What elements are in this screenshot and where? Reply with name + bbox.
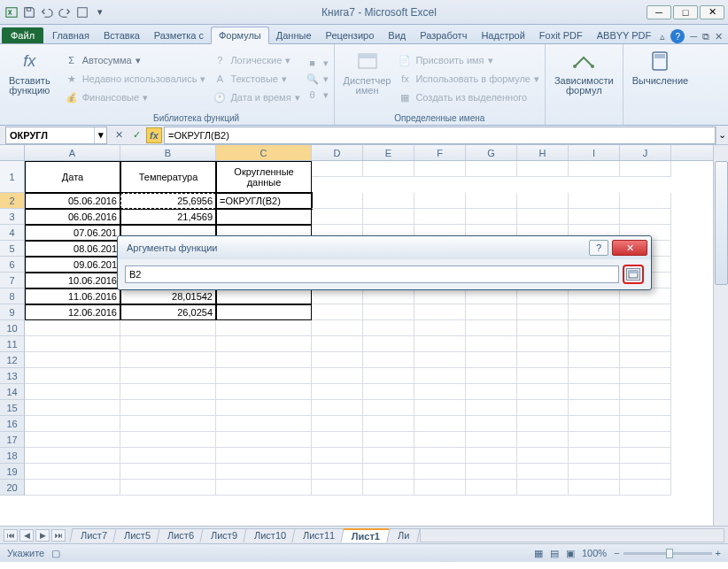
cell[interactable] — [620, 384, 671, 400]
cell[interactable] — [466, 336, 517, 352]
doc-minimize-icon[interactable]: ─ — [690, 31, 697, 42]
cell[interactable] — [569, 288, 620, 304]
cell[interactable] — [363, 384, 414, 400]
cell[interactable] — [312, 400, 363, 416]
cell[interactable] — [25, 320, 120, 336]
cell[interactable] — [569, 368, 620, 384]
sheet-tab[interactable]: Ли — [386, 528, 421, 542]
calculation-button[interactable]: Вычисление — [629, 46, 693, 125]
sheet-tab[interactable]: Лист7 — [69, 528, 118, 542]
financial-button[interactable]: 💰Финансовые ▾ — [65, 89, 206, 105]
cell[interactable] — [517, 368, 569, 384]
row-header[interactable]: 9 — [0, 304, 25, 320]
cell[interactable] — [466, 400, 517, 416]
cell[interactable] — [569, 304, 620, 320]
row-header[interactable]: 4 — [0, 225, 25, 241]
zoom-slider[interactable] — [623, 552, 712, 555]
name-manager-button[interactable]: Диспетчеримен — [340, 46, 395, 111]
cell[interactable] — [120, 320, 216, 336]
cell[interactable] — [569, 336, 620, 352]
cell[interactable] — [466, 448, 517, 464]
cell[interactable]: 12.06.2016 — [25, 304, 120, 320]
column-header[interactable]: D — [312, 145, 363, 160]
cell[interactable] — [517, 161, 569, 177]
cell[interactable] — [569, 416, 620, 432]
cell[interactable] — [517, 384, 569, 400]
cell[interactable] — [569, 480, 620, 496]
row-header[interactable]: 10 — [0, 320, 25, 336]
cell[interactable] — [312, 480, 363, 496]
cell[interactable] — [620, 161, 671, 177]
cell[interactable] — [25, 384, 120, 400]
cell[interactable] — [414, 416, 466, 432]
cell[interactable] — [517, 416, 569, 432]
cell[interactable]: 07.06.201 — [25, 225, 120, 241]
row-header[interactable]: 7 — [0, 273, 25, 288]
cell[interactable] — [620, 320, 671, 336]
cell[interactable] — [620, 336, 671, 352]
cell[interactable] — [216, 400, 312, 416]
cell[interactable] — [120, 448, 216, 464]
column-header[interactable]: J — [620, 145, 671, 160]
cell[interactable] — [363, 368, 414, 384]
cell[interactable] — [312, 432, 363, 448]
cell[interactable] — [363, 400, 414, 416]
sheet-tab[interactable]: Лист10 — [243, 528, 298, 542]
cell[interactable] — [216, 416, 312, 432]
cell[interactable]: =ОКРУГЛ(B2) — [216, 193, 312, 209]
formula-input[interactable]: =ОКРУГЛ(B2) — [164, 127, 716, 144]
ribbon-tab[interactable]: ABBYY PDF — [590, 27, 659, 43]
expand-formula-bar-icon[interactable]: ⌄ — [716, 127, 728, 144]
recently-used-button[interactable]: ★Недавно использовались ▾ — [65, 71, 206, 87]
cell[interactable] — [25, 432, 120, 448]
cell[interactable] — [414, 432, 466, 448]
row-header[interactable]: 8 — [0, 288, 25, 304]
vertical-scroll-thumb[interactable] — [715, 161, 728, 285]
cell[interactable] — [414, 193, 466, 209]
cell[interactable] — [120, 368, 216, 384]
cell[interactable] — [120, 416, 216, 432]
cell[interactable] — [363, 193, 414, 209]
cell[interactable] — [466, 352, 517, 368]
cell[interactable] — [414, 288, 466, 304]
view-normal-icon[interactable]: ▦ — [534, 548, 543, 559]
row-header[interactable]: 2 — [0, 193, 25, 209]
cell[interactable] — [517, 400, 569, 416]
cell[interactable] — [312, 416, 363, 432]
sheet-tab[interactable]: Лист11 — [292, 528, 347, 542]
cell[interactable] — [517, 193, 569, 209]
cell[interactable] — [312, 448, 363, 464]
cell[interactable] — [466, 432, 517, 448]
cell[interactable] — [466, 368, 517, 384]
cell[interactable] — [120, 352, 216, 368]
cell[interactable] — [216, 320, 312, 336]
cell[interactable] — [363, 464, 414, 480]
cell[interactable] — [466, 384, 517, 400]
cell[interactable] — [216, 288, 312, 304]
cell[interactable] — [569, 400, 620, 416]
more-functions-icon[interactable]: ■▾ — [306, 55, 329, 71]
redo-icon[interactable] — [57, 4, 73, 20]
cell[interactable] — [569, 432, 620, 448]
cell[interactable] — [312, 464, 363, 480]
cell[interactable] — [620, 288, 671, 304]
cell[interactable] — [466, 193, 517, 209]
cell[interactable] — [569, 384, 620, 400]
cell[interactable] — [216, 304, 312, 320]
row-header[interactable]: 6 — [0, 257, 25, 273]
text-button[interactable]: AТекстовые ▾ — [213, 71, 299, 87]
cell[interactable] — [312, 209, 363, 225]
row-header[interactable]: 5 — [0, 241, 25, 257]
cell[interactable] — [25, 400, 120, 416]
cell[interactable] — [414, 368, 466, 384]
cell[interactable] — [569, 352, 620, 368]
cell[interactable] — [363, 288, 414, 304]
cell[interactable] — [620, 416, 671, 432]
use-in-formula-button[interactable]: fxИспользовать в формуле ▾ — [398, 71, 539, 87]
sheet-nav-next-icon[interactable]: ▶ — [35, 529, 50, 542]
cell[interactable] — [414, 209, 466, 225]
column-header[interactable]: E — [363, 145, 414, 160]
cell[interactable] — [363, 416, 414, 432]
cell[interactable] — [120, 400, 216, 416]
zoom-in-icon[interactable]: + — [716, 548, 721, 558]
